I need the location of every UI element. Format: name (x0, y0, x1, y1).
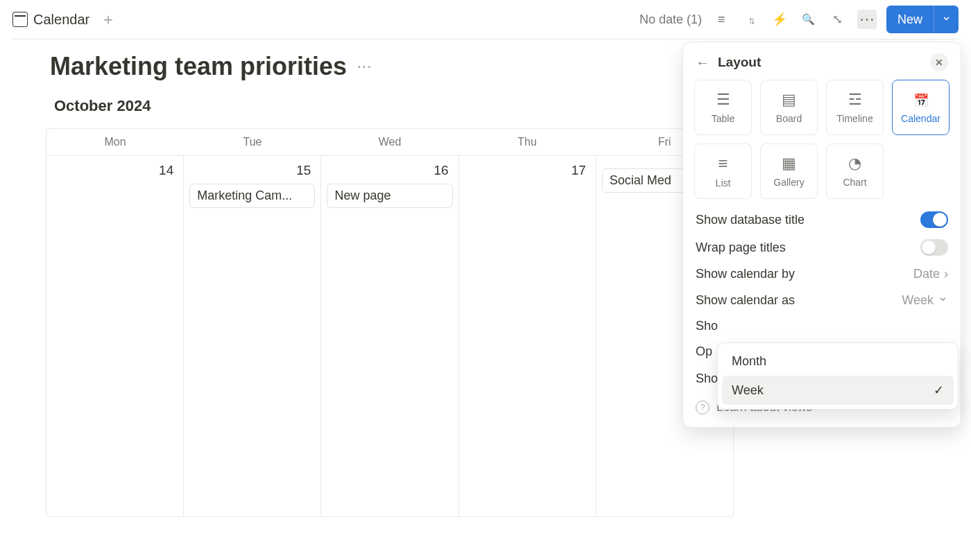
new-button-dropdown[interactable] (934, 6, 959, 33)
sort-icon[interactable] (741, 10, 760, 29)
add-view-button[interactable]: ＋ (101, 9, 116, 30)
calendar-day-column[interactable]: 14 (46, 156, 184, 516)
toggle-wrap-page-titles[interactable] (920, 239, 948, 256)
new-button[interactable]: New (886, 6, 934, 33)
day-number: 14 (52, 163, 178, 184)
chart-icon (848, 155, 861, 173)
day-number: 17 (465, 163, 590, 184)
title-more-icon[interactable] (356, 58, 372, 76)
layout-tile-label: Board (776, 113, 802, 124)
setting-show-calendar-as[interactable]: Show calendar as Week (696, 292, 948, 308)
panel-back-icon[interactable] (696, 55, 710, 71)
calendar-day-column[interactable]: 15Marketing Cam... (184, 156, 321, 516)
layout-tile-timeline[interactable]: Timeline (826, 80, 884, 135)
gallery-icon (782, 155, 796, 173)
filter-icon[interactable] (712, 10, 731, 29)
chevron-down-icon (938, 292, 948, 308)
layout-tile-list[interactable]: List (694, 143, 752, 199)
search-icon[interactable] (799, 10, 818, 29)
timeline-icon (848, 91, 862, 109)
help-icon: ? (696, 401, 710, 414)
weekday-header: Thu (458, 129, 596, 155)
automations-icon[interactable] (770, 10, 789, 29)
expand-icon[interactable] (828, 10, 848, 29)
setting-show-database-title[interactable]: Show database title (696, 211, 948, 228)
layout-tile-label: Calendar (901, 113, 940, 124)
calendar-day-column[interactable]: 16New page (321, 156, 458, 516)
layout-tile-calendar[interactable]: Calendar (892, 80, 949, 135)
board-icon (782, 91, 796, 109)
page-title[interactable]: Marketing team priorities (50, 52, 347, 81)
day-number: 16 (327, 163, 452, 184)
layout-tile-board[interactable]: Board (760, 80, 818, 135)
layout-tile-label: Gallery (773, 177, 804, 188)
view-name-chip[interactable]: Calendar (12, 12, 89, 28)
calendar-event[interactable]: Marketing Cam... (189, 184, 315, 208)
layout-tile-label: Table (712, 113, 734, 124)
layout-tile-label: Chart (843, 177, 866, 188)
calendar-icon (12, 12, 28, 27)
toggle-show-database-title[interactable] (920, 211, 948, 228)
calendar-grid: MonTueWedThuFri 1415Marketing Cam...16Ne… (46, 128, 734, 517)
setting-wrap-page-titles[interactable]: Wrap page titles (696, 239, 948, 256)
no-date-filter[interactable]: No date (1) (639, 12, 702, 27)
weekday-header: Tue (184, 129, 321, 155)
layout-tile-table[interactable]: Table (694, 80, 752, 135)
panel-close-icon[interactable] (930, 53, 948, 71)
table-icon (716, 91, 730, 109)
calendar-day-column[interactable]: 17 (459, 156, 596, 516)
layout-tile-chart[interactable]: Chart (826, 143, 884, 199)
layout-tile-label: Timeline (836, 113, 873, 124)
chevron-right-icon (944, 267, 948, 281)
calendar-as-dropdown: MonthWeek (717, 342, 959, 410)
calendar-icon (913, 91, 929, 109)
setting-partial-1[interactable]: Sho (696, 319, 948, 333)
check-icon (934, 383, 944, 398)
view-name-label: Calendar (33, 12, 89, 28)
weekday-header: Mon (46, 129, 184, 155)
more-options-icon[interactable] (857, 10, 877, 29)
setting-show-calendar-by[interactable]: Show calendar by Date (696, 267, 948, 281)
day-number: 15 (189, 163, 315, 184)
dropdown-item-week[interactable]: Week (722, 376, 954, 405)
new-button-label: New (897, 12, 922, 27)
panel-title: Layout (718, 55, 761, 70)
list-icon (718, 154, 728, 173)
calendar-event[interactable]: New page (327, 184, 452, 208)
layout-tile-label: List (716, 177, 731, 189)
layout-tile-gallery[interactable]: Gallery (760, 143, 818, 199)
dropdown-item-month[interactable]: Month (722, 347, 954, 376)
month-label: October 2024 (54, 97, 151, 115)
weekday-header: Wed (321, 129, 458, 155)
